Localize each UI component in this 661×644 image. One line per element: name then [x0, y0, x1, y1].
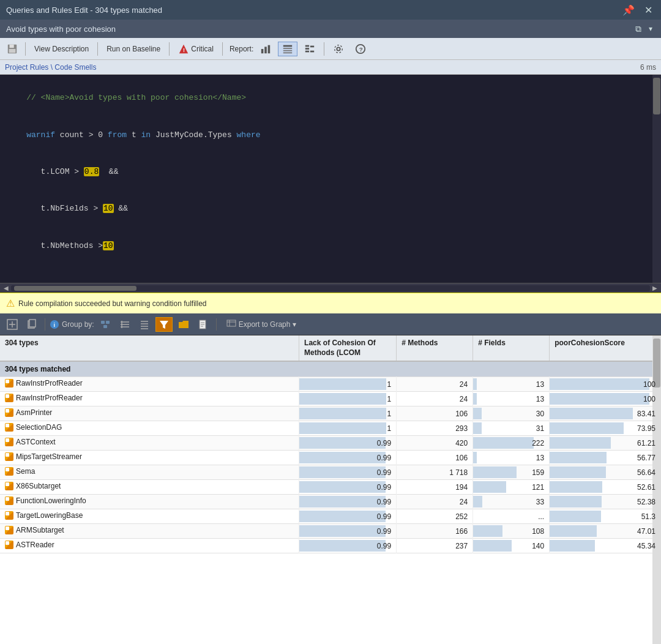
results-toolbar: i Group by: — [0, 313, 661, 335]
vertical-scroll-thumb[interactable] — [653, 78, 660, 114]
svg-text:i: i — [54, 322, 56, 328]
cell-lcom: 1 — [299, 406, 397, 421]
table-row[interactable]: AsmPrinter11063083.41 — [0, 406, 661, 421]
folder-icon — [178, 319, 189, 330]
report-tree-button[interactable] — [300, 42, 319, 56]
group-icon-3 — [139, 319, 150, 330]
report-bar-button[interactable] — [256, 42, 275, 56]
save-button[interactable] — [4, 42, 21, 56]
svg-point-17 — [337, 47, 340, 50]
table-row[interactable]: RawInstrProfReader12413100 — [0, 392, 661, 406]
code-line-3: t.LCOM > 0.8 && — [7, 154, 654, 190]
critical-button[interactable]: ! Critical — [174, 42, 218, 56]
warning-icon: ⚠ — [6, 298, 15, 309]
folder-btn[interactable] — [175, 317, 192, 332]
table-row[interactable]: TargetLoweringBase0.99252...51.3 — [0, 509, 661, 524]
cell-methods: 24 — [397, 392, 473, 406]
cell-methods: 237 — [397, 539, 473, 553]
scroll-thumb[interactable] — [14, 286, 136, 291]
cell-score: 52.61 — [550, 480, 661, 495]
table-row[interactable]: FunctionLoweringInfo0.99243352.38 — [0, 495, 661, 509]
view-description-button[interactable]: View Description — [30, 43, 93, 55]
horizontal-scrollbar[interactable]: ◀ ▶ — [0, 283, 661, 293]
cell-score: 100 — [550, 377, 661, 392]
scroll-left-arrow[interactable]: ◀ — [1, 285, 11, 291]
svg-rect-11 — [283, 52, 292, 53]
settings-button[interactable] — [329, 42, 348, 56]
cell-methods: 166 — [397, 524, 473, 539]
scroll-right-arrow[interactable]: ▶ — [650, 285, 660, 291]
class-icon — [5, 438, 13, 446]
results-container[interactable]: 304 types Lack of Cohesion Of Methods (L… — [0, 335, 661, 644]
bar-chart-icon — [260, 43, 271, 54]
filter-btn[interactable] — [155, 317, 173, 332]
cell-score: 61.21 — [550, 436, 661, 451]
class-icon — [5, 379, 13, 388]
group-btn-2[interactable] — [116, 317, 133, 332]
svg-rect-28 — [101, 321, 105, 324]
cell-score: 51.3 — [550, 509, 661, 524]
col-lcom[interactable]: Lack of Cohesion Of Methods (LCOM — [299, 335, 397, 361]
table-row[interactable]: ASTContext0.9942022261.21 — [0, 436, 661, 451]
cell-methods: 24 — [397, 495, 473, 509]
code-editor[interactable]: // <Name>Avoid types with poor cohesion<… — [0, 75, 661, 283]
scroll-track[interactable] — [11, 285, 650, 291]
cell-score: 56.64 — [550, 465, 661, 480]
vertical-scrollbar[interactable] — [652, 75, 661, 283]
separator-7 — [216, 318, 217, 331]
dropdown-icon[interactable]: ▾ — [646, 24, 655, 34]
report-table-button[interactable] — [278, 42, 297, 56]
run-on-baseline-button[interactable]: Run on Baseline — [102, 43, 165, 55]
cell-type: RawInstrProfReader — [0, 392, 299, 406]
close-button[interactable]: ✕ — [642, 4, 655, 16]
report-label: Report: — [230, 45, 253, 53]
group-btn-1[interactable] — [97, 317, 114, 332]
table-row[interactable]: X86Subtarget0.9919412152.61 — [0, 480, 661, 495]
help-button[interactable]: ? — [351, 42, 370, 56]
group-btn-3[interactable] — [136, 317, 153, 332]
cell-fields: 159 — [473, 465, 550, 480]
cell-fields: 222 — [473, 436, 550, 451]
critical-icon: ! — [178, 43, 189, 54]
svg-rect-30 — [103, 325, 107, 328]
copy-icon[interactable]: ⧉ — [633, 24, 644, 34]
code-line-7: let poorCohesionScore = 1/(1.01 - t.LCOM… — [7, 277, 654, 283]
cell-methods: 24 — [397, 377, 473, 392]
table-row[interactable]: ASTReader0.9923714045.34 — [0, 539, 661, 553]
svg-rect-13 — [305, 48, 309, 50]
cell-fields: 31 — [473, 421, 550, 436]
window-title: Queries and Rules Edit - 304 types match… — [6, 6, 162, 15]
warning-message: Rule compilation succeeded but warning c… — [18, 299, 207, 308]
table-row[interactable]: MipsTargetStreamer0.991061356.77 — [0, 451, 661, 465]
breadcrumb[interactable]: Project Rules \ Code Smells — [5, 63, 96, 72]
col-score[interactable]: poorCohesionScore — [550, 335, 661, 361]
cell-type: X86Subtarget — [0, 480, 299, 495]
file-btn[interactable] — [195, 317, 212, 332]
table-row[interactable]: RawInstrProfReader12413100 — [0, 377, 661, 392]
cell-methods: 420 — [397, 436, 473, 451]
svg-rect-1 — [10, 44, 14, 47]
col-methods[interactable]: # Methods — [397, 335, 473, 361]
table-row[interactable]: SelectionDAG12933173.95 — [0, 421, 661, 436]
col-type[interactable]: 304 types — [0, 335, 299, 361]
add-button[interactable] — [4, 317, 21, 332]
copy-button[interactable] — [23, 317, 40, 332]
table-icon — [282, 43, 293, 54]
rule-name-text: Avoid types with poor cohesion — [6, 24, 116, 34]
cell-lcom: 0.99 — [299, 465, 397, 480]
table-row[interactable]: Sema0.991 71815956.64 — [0, 465, 661, 480]
cell-methods: 106 — [397, 406, 473, 421]
table-row[interactable]: ARMSubtarget0.9916610847.01 — [0, 524, 661, 539]
cell-lcom: 1 — [299, 392, 397, 406]
cell-score: 83.41 — [550, 406, 661, 421]
cell-fields: 33 — [473, 495, 550, 509]
col-fields[interactable]: # Fields — [473, 335, 550, 361]
pin-button[interactable]: 📌 — [620, 4, 637, 16]
group-row: 304 types matched — [0, 361, 661, 377]
svg-rect-9 — [283, 48, 292, 49]
code-line-2: warnif count > 0 from t in JustMyCode.Ty… — [7, 116, 654, 153]
svg-text:?: ? — [359, 45, 363, 52]
export-button[interactable]: Export to Graph ▾ — [221, 318, 302, 331]
group-by-label: Group by: — [62, 320, 94, 329]
class-icon — [5, 394, 13, 402]
